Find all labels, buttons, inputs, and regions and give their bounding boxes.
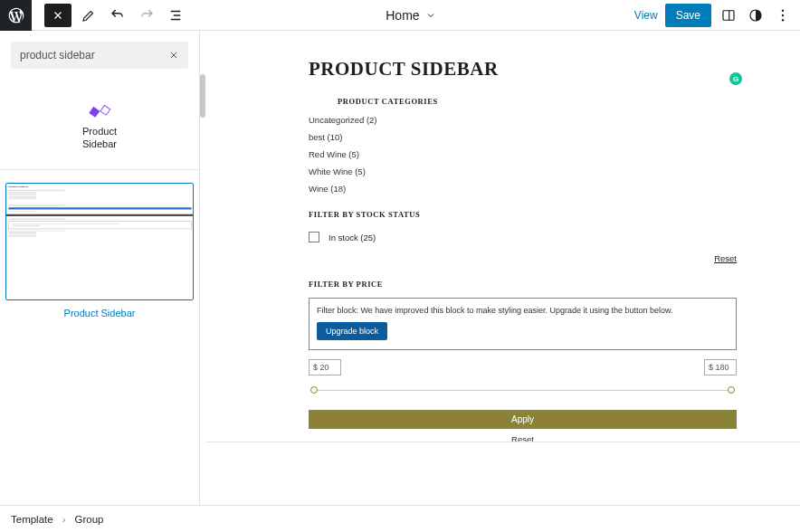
- notice-text: Filter block: We have improved this bloc…: [317, 306, 729, 315]
- inserter-panel: ◆◇ ProductSidebar PRODUCT SIDEBAR: [0, 31, 200, 505]
- apply-button[interactable]: Apply: [309, 410, 737, 429]
- pattern-card[interactable]: PRODUCT SIDEBAR: [5, 183, 194, 318]
- list-view-icon[interactable]: [164, 4, 187, 27]
- edit-icon[interactable]: [77, 4, 100, 27]
- save-button[interactable]: Save: [665, 4, 711, 27]
- category-item[interactable]: Red Wine (5): [309, 149, 737, 159]
- main-region: ◆◇ ProductSidebar PRODUCT SIDEBAR: [0, 31, 800, 505]
- in-stock-label: In stock (25): [329, 233, 376, 242]
- category-item[interactable]: best (10): [309, 132, 737, 142]
- block-search[interactable]: [11, 42, 188, 69]
- toolbar-left: [0, 0, 187, 30]
- canvas-bottom-border: [206, 442, 800, 442]
- grammarly-icon[interactable]: G: [729, 72, 742, 85]
- breadcrumb-child[interactable]: Group: [75, 514, 104, 525]
- svg-point-3: [782, 14, 784, 15]
- price-inputs: $ 20 $ 180: [309, 359, 737, 375]
- page-title: PRODUCT SIDEBAR: [309, 58, 737, 81]
- document-switcher[interactable]: Home: [187, 8, 634, 23]
- block-result[interactable]: ◆◇ ProductSidebar: [0, 80, 199, 164]
- undo-icon[interactable]: [106, 4, 129, 27]
- clear-search-icon[interactable]: [168, 50, 179, 61]
- price-heading: FILTER BY PRICE: [309, 280, 737, 289]
- chevron-down-icon: [425, 10, 436, 21]
- category-item[interactable]: Wine (18): [309, 184, 737, 194]
- styles-icon[interactable]: [746, 5, 766, 25]
- section-divider: [0, 169, 199, 170]
- close-button[interactable]: [44, 4, 71, 27]
- slider-track: [310, 390, 735, 391]
- price-slider[interactable]: [310, 388, 735, 394]
- pattern-thumbnail: PRODUCT SIDEBAR: [5, 183, 194, 300]
- price-reset-link[interactable]: Reset: [309, 434, 737, 444]
- slider-handle-max[interactable]: [728, 386, 735, 394]
- product-sidebar-block-icon: ◆◇: [0, 103, 199, 118]
- breadcrumb-root[interactable]: Template: [11, 514, 53, 525]
- view-link[interactable]: View: [634, 9, 658, 22]
- in-stock-checkbox[interactable]: [309, 232, 319, 242]
- categories-heading: PRODUCT CATEGORIES: [338, 97, 737, 106]
- redo-icon[interactable]: [135, 4, 158, 27]
- stock-reset-link[interactable]: Reset: [309, 253, 737, 263]
- editor-canvas[interactable]: PRODUCT SIDEBAR G PRODUCT CATEGORIES Unc…: [200, 31, 800, 505]
- price-min-input[interactable]: $ 20: [309, 359, 341, 375]
- block-result-label: ProductSidebar: [0, 125, 199, 151]
- top-toolbar: Home View Save: [0, 0, 800, 31]
- svg-point-2: [782, 9, 784, 11]
- block-search-input[interactable]: [20, 49, 165, 62]
- svg-rect-0: [723, 10, 734, 20]
- upgrade-block-button[interactable]: Upgrade block: [317, 322, 387, 340]
- category-item[interactable]: Uncategorized (2): [309, 115, 737, 125]
- categories-list: Uncategorized (2) best (10) Red Wine (5)…: [309, 115, 737, 194]
- sidebar-toggle-icon[interactable]: [719, 5, 738, 25]
- breadcrumb-bar: Template › Group: [0, 505, 800, 532]
- category-item[interactable]: White Wine (5): [309, 166, 737, 176]
- toolbar-right: View Save: [634, 4, 800, 27]
- stock-filter-row: In stock (25): [309, 232, 737, 242]
- more-menu-icon[interactable]: [773, 5, 793, 25]
- pattern-label: Product Sidebar: [5, 308, 194, 318]
- breadcrumb-separator: ›: [62, 514, 66, 525]
- upgrade-notice: Filter block: We have improved this bloc…: [309, 298, 737, 350]
- stock-heading: FILTER BY STOCK STATUS: [309, 210, 737, 219]
- wordpress-logo[interactable]: [0, 0, 32, 31]
- price-max-input[interactable]: $ 180: [704, 359, 737, 375]
- slider-handle-min[interactable]: [310, 386, 318, 394]
- svg-point-4: [782, 19, 784, 21]
- document-label: Home: [386, 8, 419, 23]
